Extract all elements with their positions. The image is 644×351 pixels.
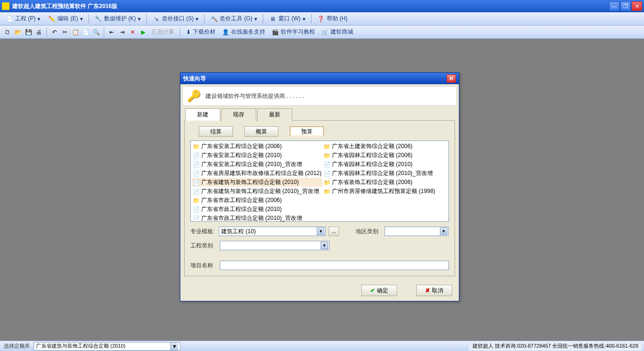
cart-icon: 🛒 [322,29,329,35]
paste-icon[interactable]: 📄 [81,27,90,37]
menu-project[interactable]: 📄工程 (P)▾ [3,14,43,24]
menu-edit[interactable]: ✏️编辑 (E)▾ [45,14,85,24]
menu-window[interactable]: 🖥窗口 (W)▾ [266,14,308,24]
project-icon: 📄 [6,15,13,23]
delete-icon[interactable]: ✕ [128,27,137,37]
tutorial-button[interactable]: 🎬软件学习教程 [269,27,318,37]
menu-separator [146,14,147,24]
menu-bar: 📄工程 (P)▾ ✏️编辑 (E)▾ 🔧数据维护 (K)▾ ↘造价接口 (S)▾… [0,12,644,26]
menu-cost-api[interactable]: ↘造价接口 (S)▾ [150,14,201,24]
undo-icon[interactable]: ↶ [50,27,59,37]
menu-separator [89,14,89,24]
close-button[interactable]: ✕ [632,1,642,11]
edit-icon: ✏️ [48,15,55,23]
interface-icon: ↘ [152,15,160,23]
menu-separator [311,14,312,24]
step-back-icon[interactable]: ⇤ [107,27,116,37]
minimize-button[interactable]: — [609,1,619,11]
open-icon[interactable]: 📂 [13,27,23,37]
new-icon[interactable]: 🗋 [3,27,12,37]
menu-data[interactable]: 🔧数据维护 (K)▾ [92,14,143,24]
mall-button[interactable]: 🛒建软商城 [319,27,356,37]
title-bar: 建软超人建筑工程预结算软件 广东2016版 — ❐ ✕ [0,0,644,12]
summary-calc-button[interactable]: 汇总计算 [149,27,177,37]
download-icon: ⬇ [186,29,191,35]
menu-help[interactable]: ❓帮助 (H) [314,14,350,24]
find-icon[interactable]: 🔍 [91,27,101,37]
video-icon: 🎬 [272,29,279,35]
app-title: 建软超人建筑工程预结算软件 广东2016版 [12,2,609,10]
print-icon[interactable]: 🖨 [34,27,44,37]
tools-icon: 🔨 [210,15,218,23]
app-icon [2,2,9,10]
copy-icon[interactable]: 📋 [71,27,80,37]
cut-icon[interactable]: ✂ [60,27,70,37]
data-icon: 🔧 [95,15,102,23]
online-support-button[interactable]: 👤在线服务支持 [219,27,268,37]
support-icon: 👤 [222,29,229,35]
step-fwd-icon[interactable]: ⇥ [117,27,127,37]
menu-separator [204,14,205,24]
maximize-button[interactable]: ❐ [620,1,631,11]
toolbar: 🗋 📂 💾 🖨 ↶ ✂ 📋 📄 🔍 ⇤ ⇥ ✕ ▶ 汇总计算 ⬇下载价材 👤在线… [0,26,644,39]
menu-separator [263,14,263,24]
download-price-button[interactable]: ⬇下载价材 [183,27,218,37]
play-icon[interactable]: ▶ [138,27,148,37]
help-icon: ❓ [317,15,325,23]
window-icon: 🖥 [269,15,277,23]
save-icon[interactable]: 💾 [24,27,33,37]
menu-cost-tools[interactable]: 🔨造价工具 (G)▾ [207,14,260,24]
